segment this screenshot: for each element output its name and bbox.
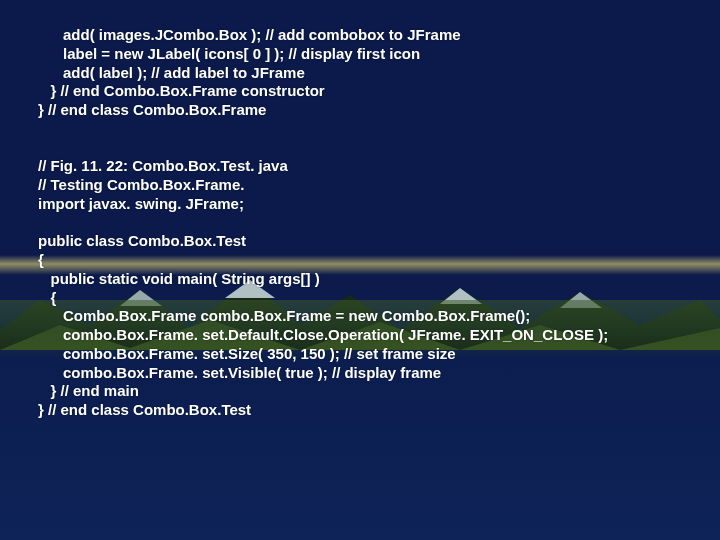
code-line: } // end Combo.Box.Frame constructor — [38, 82, 325, 99]
code-line: { — [38, 251, 44, 268]
code-line: label = new JLabel( icons[ 0 ] ); // dis… — [38, 45, 420, 62]
code-line: add( images.JCombo.Box ); // add combobo… — [38, 26, 461, 43]
code-line: } // end main — [38, 382, 139, 399]
code-line: import javax. swing. JFrame; — [38, 195, 244, 212]
code-line: combo.Box.Frame. set.Size( 350, 150 ); /… — [38, 345, 456, 362]
code-line: // Testing Combo.Box.Frame. — [38, 176, 244, 193]
code-line: Combo.Box.Frame combo.Box.Frame = new Co… — [38, 307, 530, 324]
code-line: // Fig. 11. 22: Combo.Box.Test. java — [38, 157, 288, 174]
code-line: } // end class Combo.Box.Frame — [38, 101, 266, 118]
code-line: public static void main( String args[] ) — [38, 270, 320, 287]
code-line: combo.Box.Frame. set.Visible( true ); //… — [38, 364, 441, 381]
code-line: public class Combo.Box.Test — [38, 232, 246, 249]
code-block: add( images.JCombo.Box ); // add combobo… — [38, 26, 700, 420]
code-line: add( label ); // add label to JFrame — [38, 64, 305, 81]
slide: add( images.JCombo.Box ); // add combobo… — [0, 0, 720, 540]
code-line: combo.Box.Frame. set.Default.Close.Opera… — [38, 326, 608, 343]
code-line: { — [38, 289, 56, 306]
code-line: } // end class Combo.Box.Test — [38, 401, 251, 418]
